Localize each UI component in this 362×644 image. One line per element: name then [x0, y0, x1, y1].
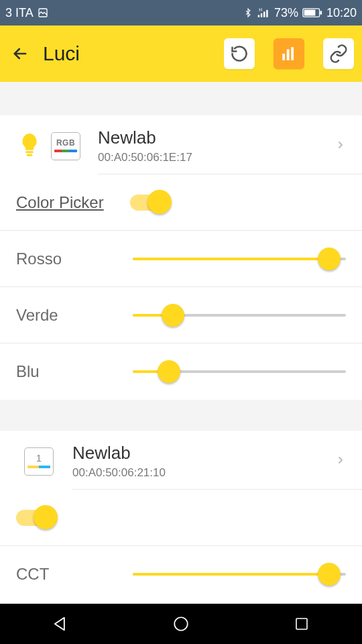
power-toggle[interactable]: [16, 510, 52, 526]
page-title: Luci: [43, 42, 80, 65]
slider-cct[interactable]: [133, 573, 346, 576]
bulb-icon: [17, 131, 42, 161]
device-header-cct[interactable]: 1 Newlab 00:A0:50:06:21:10: [0, 431, 362, 489]
link-button[interactable]: [323, 38, 354, 69]
bluetooth-icon: [243, 6, 253, 19]
svg-rect-8: [320, 11, 322, 14]
status-bar: 3 ITA H 73%: [0, 0, 362, 25]
slider-row-cct: CCT: [0, 546, 362, 602]
rgb-strip-icon: [54, 150, 77, 152]
nav-back-button[interactable]: [13, 608, 107, 640]
device-header-rgb[interactable]: RGB Newlab 00:A0:50:06:1E:17: [0, 115, 362, 174]
device-info: Newlab 00:A0:50:06:1E:17: [98, 127, 335, 164]
carrier-label: 3 ITA: [5, 6, 34, 20]
color-picker-row: Color Picker: [0, 174, 362, 231]
content-scroll[interactable]: RGB Newlab 00:A0:50:06:1E:17 Color Picke…: [0, 82, 362, 604]
status-right: H 73% 10:20: [243, 6, 357, 20]
slider-verde[interactable]: [133, 314, 346, 317]
svg-rect-3: [261, 13, 263, 17]
device-info: Newlab 00:A0:50:06:21:10: [72, 443, 335, 480]
device-card-cct: 1 Newlab 00:A0:50:06:21:10 CCT: [0, 431, 362, 602]
device-mac: 00:A0:50:06:1E:17: [98, 151, 335, 164]
battery-pct: 73%: [274, 6, 298, 20]
battery-icon: [302, 7, 322, 18]
section-gap: [0, 400, 362, 431]
device-card-rgb: RGB Newlab 00:A0:50:06:1E:17 Color Picke…: [0, 115, 362, 400]
slider-row-verde: Verde: [0, 287, 362, 343]
toggle-knob: [34, 505, 58, 529]
slider-blu[interactable]: [133, 370, 346, 373]
slider-label-blu: Blu: [16, 362, 130, 381]
device-name: Newlab: [98, 127, 335, 148]
rgb-badge-label: RGB: [56, 138, 75, 148]
svg-rect-9: [282, 54, 285, 60]
system-nav-bar: [0, 604, 362, 644]
toggle-knob: [147, 190, 172, 214]
svg-rect-11: [291, 47, 294, 60]
color-picker-link[interactable]: Color Picker: [16, 193, 130, 212]
device-name: Newlab: [72, 443, 335, 464]
rgb-badge: RGB: [51, 132, 80, 160]
screenshot-icon: [38, 7, 48, 18]
svg-rect-4: [263, 11, 265, 17]
slider-label-cct: CCT: [16, 565, 130, 584]
svg-rect-5: [266, 10, 268, 17]
refresh-button[interactable]: [224, 38, 255, 69]
slider-row-rosso: Rosso: [0, 231, 362, 287]
cct-strip-icon: [27, 466, 50, 468]
clock: 10:20: [326, 6, 357, 20]
app-bar: Luci: [0, 25, 362, 82]
nav-recents-button[interactable]: [255, 608, 349, 640]
nav-home-button[interactable]: [134, 608, 228, 640]
svg-text:H: H: [259, 7, 262, 12]
slider-label-rosso: Rosso: [16, 250, 130, 268]
back-button[interactable]: [8, 42, 32, 66]
svg-rect-7: [304, 10, 316, 16]
power-toggle-row: [0, 490, 362, 546]
svg-rect-13: [296, 619, 307, 629]
cct-badge-num: 1: [36, 452, 42, 464]
svg-rect-2: [258, 15, 260, 17]
signal-icon: H: [257, 7, 270, 19]
svg-point-12: [174, 617, 188, 631]
chevron-right-icon[interactable]: [335, 137, 346, 156]
slider-row-blu: Blu: [0, 343, 362, 400]
status-left: 3 ITA: [5, 6, 48, 20]
equalizer-button[interactable]: [274, 38, 304, 69]
svg-rect-10: [287, 50, 290, 60]
slider-label-verde: Verde: [16, 306, 130, 325]
action-buttons: [224, 38, 354, 69]
device-icons: RGB: [17, 131, 98, 161]
section-gap: [0, 82, 362, 115]
color-picker-toggle[interactable]: [130, 195, 166, 211]
cct-badge: 1: [24, 447, 54, 476]
slider-rosso[interactable]: [133, 258, 346, 260]
device-mac: 00:A0:50:06:21:10: [72, 466, 335, 480]
device-icons: 1: [24, 447, 72, 476]
chevron-right-icon[interactable]: [335, 452, 346, 471]
